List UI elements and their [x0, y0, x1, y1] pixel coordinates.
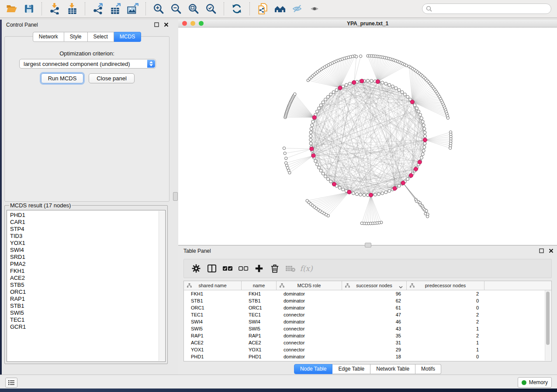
cell-value: dominator: [284, 333, 305, 338]
table-row[interactable]: TEC1TEC1connector472: [184, 311, 551, 318]
zoom-out-button[interactable]: [169, 2, 183, 16]
close-panel-icon[interactable]: [549, 248, 554, 253]
table-row[interactable]: ACE2ACE2connector311: [184, 339, 551, 346]
cell-value: FKH1: [249, 291, 261, 296]
close-panel-button[interactable]: Close panel: [89, 73, 135, 83]
tab-node-table[interactable]: Node Table: [294, 364, 333, 374]
zoom-in-button[interactable]: [151, 2, 166, 16]
mcds-result-item[interactable]: STB1: [10, 303, 165, 309]
import-table-button[interactable]: [65, 2, 80, 16]
deselect-all-rows-button[interactable]: [235, 262, 251, 275]
export-table-button[interactable]: [108, 2, 123, 16]
table-header-row: shared namenameMCDS rolesuccessor nodesp…: [184, 281, 551, 290]
mcds-result-item[interactable]: TID3: [10, 233, 165, 240]
save-session-button[interactable]: [21, 2, 36, 16]
add-column-button[interactable]: [251, 262, 267, 275]
table-row[interactable]: FKH1FKH1dominator962: [184, 290, 551, 297]
function-builder-button[interactable]: f(x): [298, 262, 314, 275]
table-row[interactable]: SWI4SWI4dominator462: [184, 318, 551, 325]
table-row[interactable]: PHD1PHD1dominator180: [184, 353, 551, 360]
refresh-layout-button[interactable]: [229, 2, 244, 16]
network-canvas[interactable]: [178, 28, 557, 245]
export-image-button[interactable]: [125, 2, 140, 16]
table-settings-button[interactable]: [188, 262, 204, 275]
show-all-button[interactable]: [308, 2, 322, 16]
table-row[interactable]: RAP1RAP1dominator352: [184, 332, 551, 339]
table-vertical-scrollbar[interactable]: [545, 290, 551, 361]
mcds-result-item[interactable]: ORC1: [10, 289, 165, 296]
horizontal-divider-grip[interactable]: [365, 243, 371, 248]
mcds-result-item[interactable]: PHD1: [10, 212, 165, 219]
search-input[interactable]: [434, 5, 551, 12]
column-header-shared-name[interactable]: shared name: [184, 281, 242, 290]
mcds-result-item[interactable]: SWI4: [10, 247, 165, 254]
toggle-panel-layout-button[interactable]: [204, 262, 220, 275]
column-header-filler: [484, 281, 551, 290]
close-panel-icon[interactable]: [164, 22, 169, 27]
mcds-result-item[interactable]: YOX1: [10, 240, 165, 247]
mcds-result-item[interactable]: SWI5: [10, 309, 165, 316]
task-history-button[interactable]: [5, 378, 17, 388]
toolbar-separator: [42, 2, 42, 15]
mcds-result-item[interactable]: PMA2: [10, 261, 165, 268]
zoom-selected-button[interactable]: [204, 2, 218, 16]
memory-button[interactable]: Memory: [518, 377, 552, 388]
mcds-list-scrollbar[interactable]: [159, 211, 165, 361]
float-panel-icon[interactable]: [539, 248, 544, 253]
table-row[interactable]: YOX1YOX1connector291: [184, 346, 551, 353]
mcds-result-item[interactable]: STP4: [10, 226, 165, 233]
mcds-result-item[interactable]: CAR1: [10, 219, 165, 226]
tab-network[interactable]: Network: [33, 32, 64, 42]
network-titlebar[interactable]: YPA_prune.txt_1: [178, 20, 557, 28]
scrollbar-thumb[interactable]: [546, 292, 550, 345]
mcds-result-list[interactable]: PHD1CAR1STP4TID3YOX1SWI4SRD1PMA2FKH1ACE2…: [7, 210, 166, 362]
tab-mcds[interactable]: MCDS: [114, 32, 141, 42]
unchecked-boxes-icon: [238, 265, 249, 272]
refresh-icon: [231, 3, 242, 14]
mcds-result-item[interactable]: FKH1: [10, 268, 165, 275]
tab-select[interactable]: Select: [88, 32, 114, 42]
criterion-select[interactable]: largest connected component (undirected): [19, 59, 156, 69]
tab-style[interactable]: Style: [64, 32, 88, 42]
select-all-rows-button[interactable]: [220, 262, 235, 275]
column-header-name[interactable]: name: [242, 281, 277, 290]
clone-network-button[interactable]: [255, 2, 270, 16]
tab-edge-table[interactable]: Edge Table: [332, 364, 370, 374]
cell-value: dominator: [284, 319, 305, 324]
panel-divider[interactable]: [172, 20, 179, 375]
zoom-fit-button[interactable]: [186, 2, 201, 16]
table-row[interactable]: SWI5SWI5connector431: [184, 325, 551, 332]
export-network-button[interactable]: [90, 2, 105, 16]
tab-motifs[interactable]: Motifs: [415, 364, 441, 374]
table-row[interactable]: STB1STB1dominator620: [184, 297, 551, 304]
import-network-button[interactable]: [47, 2, 62, 16]
column-type-icon: [187, 283, 192, 289]
delete-column-button[interactable]: [267, 262, 283, 275]
column-header-MCDS-role[interactable]: MCDS role: [277, 281, 342, 290]
float-panel-icon[interactable]: [154, 22, 159, 27]
first-neighbors-button[interactable]: [273, 2, 287, 16]
mcds-result-item[interactable]: STB5: [10, 282, 165, 289]
main-toolbar: [0, 0, 557, 18]
cell-value: STB1: [191, 298, 203, 303]
mcds-result-item[interactable]: RAP1: [10, 296, 165, 303]
mcds-result-item[interactable]: ACE2: [10, 275, 165, 282]
toolbar-separator: [249, 2, 250, 15]
mcds-result-item[interactable]: GCR1: [10, 323, 165, 330]
search-box[interactable]: [422, 3, 551, 14]
hide-selected-button[interactable]: [290, 2, 305, 16]
tab-network-table[interactable]: Network Table: [370, 364, 415, 374]
column-type-icon: [280, 283, 284, 289]
memory-status-icon: [522, 380, 526, 385]
mcds-result-item[interactable]: TEC1: [10, 316, 165, 323]
table-row[interactable]: ORC1ORC1dominator610: [184, 304, 551, 311]
zoom-out-icon: [170, 3, 182, 14]
column-type-icon: [345, 283, 350, 289]
run-mcds-button[interactable]: Run MCDS: [41, 73, 83, 83]
delete-table-button[interactable]: [283, 262, 298, 275]
column-header-predecessor-nodes[interactable]: predecessor nodes: [407, 281, 484, 290]
mcds-result-item[interactable]: SRD1: [10, 254, 165, 261]
column-header-successor-nodes[interactable]: successor nodes: [342, 281, 407, 290]
open-file-button[interactable]: [4, 2, 19, 16]
divider-grip[interactable]: [173, 192, 178, 201]
